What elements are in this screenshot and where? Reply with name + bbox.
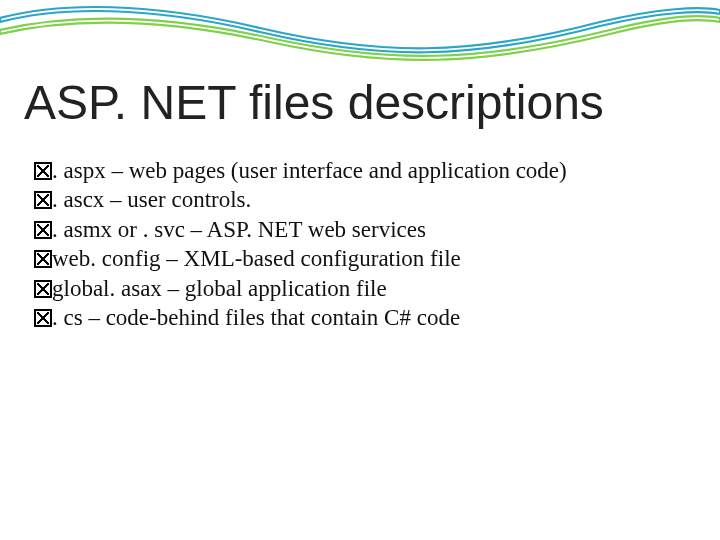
slide: ASP. NET files descriptions . aspx – web… <box>0 0 720 540</box>
list-item: . cs – code-behind files that contain C#… <box>34 303 670 332</box>
list-item: . aspx – web pages (user interface and a… <box>34 156 670 185</box>
bullet-icon <box>34 280 52 298</box>
list-item: . asmx or . svc – ASP. NET web services <box>34 215 670 244</box>
bullet-text: . ascx – user controls. <box>52 187 251 212</box>
bullet-icon <box>34 221 52 239</box>
bullet-text: . asmx or . svc – ASP. NET web services <box>52 217 426 242</box>
bullet-text: . cs – code-behind files that contain C#… <box>52 305 460 330</box>
list-item: global. asax – global application file <box>34 274 670 303</box>
slide-title: ASP. NET files descriptions <box>24 78 696 128</box>
bullet-text: . aspx – web pages (user interface and a… <box>52 158 567 183</box>
bullet-icon <box>34 162 52 180</box>
list-item: . ascx – user controls. <box>34 185 670 214</box>
bullet-text: global. asax – global application file <box>52 276 387 301</box>
bullet-icon <box>34 191 52 209</box>
slide-body: . aspx – web pages (user interface and a… <box>34 156 670 333</box>
bullet-icon <box>34 309 52 327</box>
decorative-wave <box>0 0 720 70</box>
bullet-icon <box>34 250 52 268</box>
bullet-text: web. config – XML-based configuration fi… <box>52 246 461 271</box>
list-item: web. config – XML-based configuration fi… <box>34 244 670 273</box>
